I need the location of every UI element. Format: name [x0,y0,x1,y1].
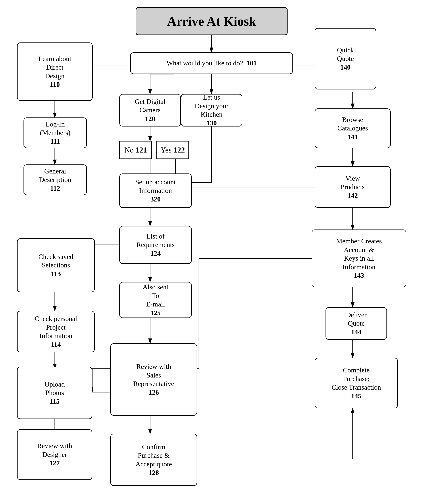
node-128-number: 128 [149,468,159,477]
node-144-label: Deliver Quote [346,311,367,328]
node-115-label: Upload Photos [44,380,65,397]
node-127-number: 127 [49,459,60,468]
node-320-number: 320 [150,195,161,204]
node-141-number: 141 [348,133,358,141]
node-130: Let us Design your Kitchen 130 [181,94,242,126]
node-125: Also sent To E-mail 125 [119,282,192,318]
node-120-label: Get Digital Camera [135,97,166,114]
node-112-number: 112 [50,184,60,193]
node-125-number: 125 [150,309,161,317]
node-122: Yes 122 [156,141,189,159]
arrive-label: Arrive At Kiosk [167,13,256,30]
node-142: View Products 142 [315,166,391,208]
node-142-label: View Products [341,174,365,191]
node-114: Check personal Project Information 114 [17,311,95,352]
node-141: Browse Catalogues 141 [315,108,391,148]
node-101: What would you like to do? 101 [130,52,293,74]
node-120: Get Digital Camera 120 [119,94,181,126]
node-115: Upload Photos 115 [17,367,92,419]
node-140: Quick Quote 140 [315,28,376,90]
node-145-number: 145 [351,392,362,401]
node-124-number: 124 [150,249,161,258]
node-110: Learn about Direct Design 110 [17,42,92,101]
node-143-number: 143 [354,271,364,280]
node-145: Complete Purchase; Close Transaction 145 [315,358,398,408]
node-141-label: Browse Catalogues [337,115,368,133]
node-113-label: Check saved Selections [38,252,73,270]
node-140-label: Quick Quote [337,46,354,63]
diagram: Arrive At Kiosk What would you like to d… [0,0,423,504]
node-111: Log-In (Members) 111 [24,117,87,148]
node-126-number: 126 [149,388,159,397]
node-111-label: Log-In (Members) [40,120,71,137]
node-122-label: Yes 122 [161,145,185,155]
node-121: No 121 [119,141,152,159]
node-143-label: Member Creates Account & Keys in all Inf… [336,237,382,271]
node-120-number: 120 [145,114,155,123]
node-130-label: Let us Design your Kitchen [195,93,229,119]
node-130-number: 130 [207,119,217,128]
node-110-label: Learn about Direct Design [38,54,71,80]
node-128: Confirm Purchase & Accept quote 128 [110,434,197,486]
node-112: General Description 112 [24,164,87,195]
node-113-number: 113 [51,270,61,278]
node-140-number: 140 [340,63,351,72]
node-125-label: Also sent To E-mail [143,283,169,309]
node-112-label: General Description [39,167,71,184]
node-114-number: 114 [51,340,61,349]
node-111-number: 111 [50,137,60,146]
node-145-label: Complete Purchase; Close Transaction [331,366,381,392]
node-124-label: List of Requirements [136,232,175,249]
node-101-label: What would you like to do? 101 [166,59,257,68]
node-124: List of Requirements 124 [119,226,192,264]
node-115-number: 115 [50,397,60,406]
node-110-number: 110 [50,80,60,89]
node-113: Check saved Selections 113 [17,238,95,292]
node-320-label: Set up account Information [135,178,176,195]
node-143: Member Creates Account & Keys in all Inf… [312,229,406,287]
node-128-label: Confirm Purchase & Accept quote [135,443,172,468]
node-127-label: Review with Designer [37,442,72,459]
node-114-label: Check personal Project Information [35,314,77,340]
node-144-number: 144 [351,328,362,336]
node-126-label: Review with Sales Representative [133,362,174,388]
node-320: Set up account Information 320 [119,174,192,208]
node-121-label: No 121 [124,145,147,155]
node-142-number: 142 [348,191,358,200]
node-144: Deliver Quote 144 [325,307,387,340]
node-127: Review with Designer 127 [17,429,92,480]
node-126: Review with Sales Representative 126 [110,343,197,416]
node-arrive: Arrive At Kiosk [136,7,288,35]
